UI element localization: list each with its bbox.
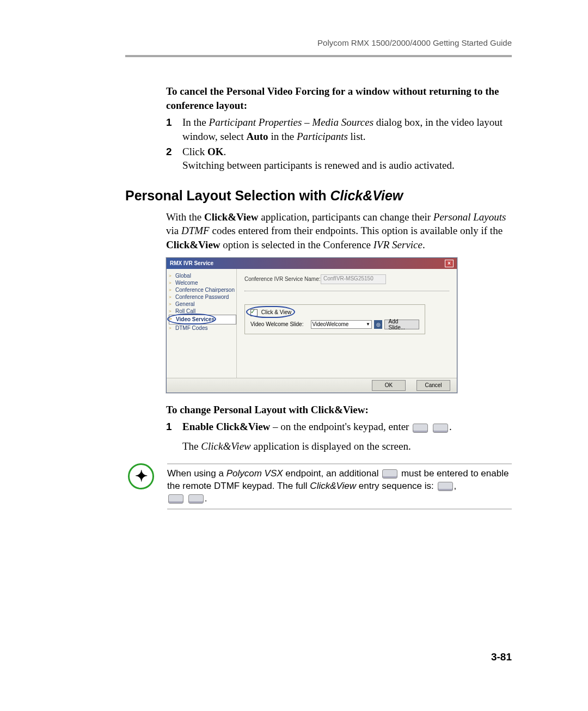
page-number: 3-81: [125, 651, 512, 663]
txt: Click&View: [201, 440, 250, 452]
sidebar-item-conference-chairperson[interactable]: Conference Chairperson: [169, 286, 234, 293]
section-heading: Personal Layout Selection with Click&Vie…: [125, 188, 512, 204]
cancel-forcing-heading: To cancel the Personal Video Forcing for…: [166, 84, 512, 112]
txt: Auto: [247, 131, 268, 142]
txt: .: [449, 421, 452, 432]
txt: Click: [182, 146, 207, 157]
txt: Click&View: [204, 211, 259, 223]
txt: endpoint, an additional: [283, 468, 382, 479]
txt: Personal Layout Selection with: [125, 188, 330, 203]
step-enable-clickview: 1 Enable Click&View – on the endpoint's …: [166, 420, 512, 453]
keypad-key-icon: [413, 424, 428, 433]
keypad-key-icon: [382, 469, 397, 479]
txt: codes entered from their endpoints. This…: [210, 225, 503, 236]
txt: via: [166, 225, 181, 236]
txt: Polycom VSX: [226, 468, 283, 479]
sidebar-item-conference-password[interactable]: Conference Password: [169, 293, 234, 301]
click-view-label: Click & View: [261, 309, 291, 315]
dialog-main: Conference IVR Service Name: ConfIVR-MSG…: [237, 269, 457, 378]
txt: list.: [348, 131, 366, 142]
dialog-sidebar: Global Welcome Conference Chairperson Co…: [167, 269, 237, 378]
step-text: Click OK. Switching between participants…: [182, 145, 512, 173]
step-text: In the Participant Properties – Media So…: [182, 115, 512, 143]
dialog-titlebar: RMX IVR Service ×: [167, 258, 457, 269]
section-paragraph: With the Click&View application, partici…: [166, 210, 512, 252]
chevron-down-icon: ▼: [366, 322, 370, 327]
txt: Switching between participants is renewe…: [182, 160, 455, 171]
sidebar-item-roll-call[interactable]: Roll Call: [169, 308, 234, 315]
cancel-button[interactable]: Cancel: [416, 380, 450, 391]
txt: Personal Layouts: [433, 211, 506, 223]
txt: application, participants can change the…: [259, 211, 433, 223]
step-1: 1 In the Participant Properties – Media …: [166, 115, 512, 143]
step-text: Enable Click&View – on the endpoint's ke…: [182, 420, 512, 453]
keypad-key-icon: [438, 482, 453, 491]
txt: Participants: [297, 131, 348, 142]
separator: [244, 291, 449, 291]
header-divider: [125, 55, 512, 57]
txt: Participant Properties – Media Sources: [209, 117, 374, 128]
dialog-footer: OK Cancel: [167, 378, 457, 393]
txt: With the: [166, 211, 204, 223]
ok-button[interactable]: OK: [372, 380, 406, 391]
dialog-title: RMX IVR Service: [170, 260, 213, 266]
txt: – on the endpoint's keypad, enter: [270, 421, 412, 432]
txt: Enable Click&View: [182, 421, 270, 432]
txt: option is selected in the Conference: [220, 239, 373, 250]
keypad-key-icon: [433, 424, 448, 433]
step-number: 1: [166, 420, 182, 453]
preview-icon[interactable]: ◎: [374, 320, 382, 329]
note-block: ✦ When using a Polycom VSX endpoint, an …: [128, 463, 512, 510]
close-icon[interactable]: ×: [445, 260, 454, 267]
txt: .: [422, 239, 425, 250]
txt: OK: [207, 146, 224, 157]
step-2: 2 Click OK. Switching between participan…: [166, 145, 512, 173]
txt: In the: [182, 117, 209, 128]
step-number: 2: [166, 145, 182, 173]
sidebar-item-welcome[interactable]: Welcome: [169, 279, 234, 286]
sidebar-item-global[interactable]: Global: [169, 272, 234, 279]
click-view-checkbox[interactable]: [250, 309, 258, 316]
txt: VideoWelcome: [313, 321, 349, 327]
txt: in the: [268, 131, 297, 142]
txt: The: [182, 440, 201, 452]
ivr-name-label: Conference IVR Service Name:: [244, 276, 321, 282]
welcome-slide-dropdown[interactable]: VideoWelcome ▼: [311, 320, 372, 329]
click-view-checkbox-row: Click & View: [250, 309, 419, 316]
txt: ,: [454, 481, 457, 491]
txt: DTMF: [181, 225, 210, 236]
add-slide-button[interactable]: Add Slide...: [384, 320, 419, 329]
ivr-name-input[interactable]: ConfIVR-MSG25150: [321, 274, 386, 284]
note-text: When using a Polycom VSX endpoint, an ad…: [167, 463, 512, 510]
txt: entry sequence is:: [356, 481, 436, 491]
txt: .: [223, 146, 226, 157]
change-layout-heading: To change Personal Layout with Click&Vie…: [166, 403, 512, 417]
txt: Click&View: [166, 239, 220, 250]
welcome-slide-label: Video Welcome Slide:: [250, 321, 309, 327]
keypad-key-icon: [168, 494, 183, 504]
txt: IVR Service: [373, 239, 422, 250]
note-icon: ✦: [128, 463, 154, 489]
keypad-key-icon: [188, 494, 204, 504]
step-number: 1: [166, 115, 182, 143]
txt: application is displayed on the screen.: [251, 440, 411, 452]
txt: Click&View: [330, 188, 403, 203]
txt: When using a: [167, 468, 226, 479]
sidebar-item-dtmf-codes[interactable]: DTMF Codes: [169, 324, 234, 332]
video-services-group: Click & View Video Welcome Slide: VideoW…: [244, 304, 425, 334]
sidebar-item-video-services[interactable]: Video Services: [169, 315, 236, 324]
txt: Click&View: [310, 481, 356, 491]
sidebar-item-general[interactable]: General: [169, 301, 234, 308]
txt: Video Services: [176, 316, 215, 322]
page-header: Polycom RMX 1500/2000/4000 Getting Start…: [125, 38, 512, 47]
ivr-service-dialog: RMX IVR Service × Global Welcome Confere…: [166, 258, 457, 393]
